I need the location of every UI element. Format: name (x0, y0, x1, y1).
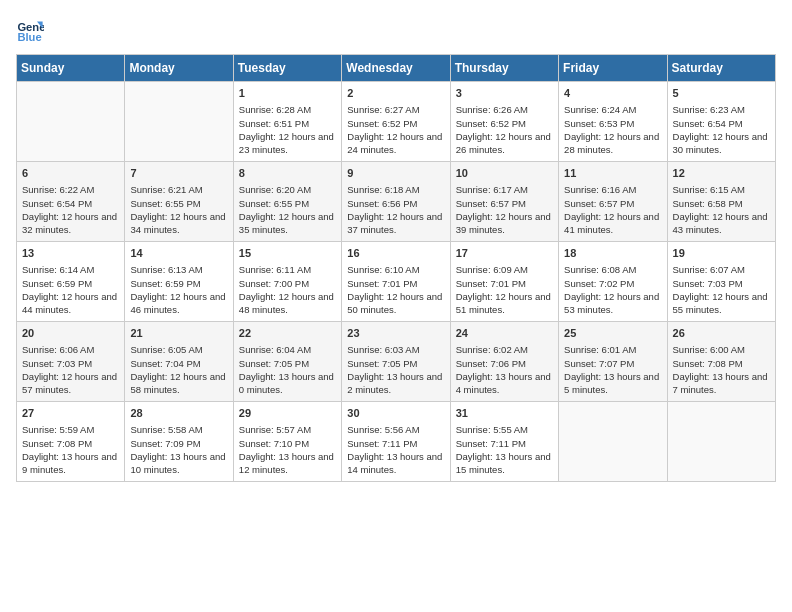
calendar-body: 1Sunrise: 6:28 AMSunset: 6:51 PMDaylight… (17, 82, 776, 482)
header-day-monday: Monday (125, 55, 233, 82)
day-number: 22 (239, 326, 336, 341)
sunset: Sunset: 7:01 PM (347, 278, 417, 289)
sunset: Sunset: 7:08 PM (22, 438, 92, 449)
daylight: Daylight: 12 hours and 46 minutes. (130, 291, 225, 315)
calendar-cell: 8Sunrise: 6:20 AMSunset: 6:55 PMDaylight… (233, 162, 341, 242)
sunrise: Sunrise: 6:13 AM (130, 264, 202, 275)
day-number: 9 (347, 166, 444, 181)
daylight: Daylight: 13 hours and 7 minutes. (673, 371, 768, 395)
day-number: 14 (130, 246, 227, 261)
daylight: Daylight: 12 hours and 35 minutes. (239, 211, 334, 235)
sunset: Sunset: 7:04 PM (130, 358, 200, 369)
day-number: 10 (456, 166, 553, 181)
daylight: Daylight: 13 hours and 15 minutes. (456, 451, 551, 475)
daylight: Daylight: 13 hours and 10 minutes. (130, 451, 225, 475)
day-number: 16 (347, 246, 444, 261)
day-number: 18 (564, 246, 661, 261)
calendar-cell (17, 82, 125, 162)
calendar-cell: 25Sunrise: 6:01 AMSunset: 7:07 PMDayligh… (559, 322, 667, 402)
calendar-cell: 17Sunrise: 6:09 AMSunset: 7:01 PMDayligh… (450, 242, 558, 322)
header-row: SundayMondayTuesdayWednesdayThursdayFrid… (17, 55, 776, 82)
calendar-cell: 26Sunrise: 6:00 AMSunset: 7:08 PMDayligh… (667, 322, 775, 402)
calendar-cell: 2Sunrise: 6:27 AMSunset: 6:52 PMDaylight… (342, 82, 450, 162)
sunrise: Sunrise: 6:10 AM (347, 264, 419, 275)
day-number: 8 (239, 166, 336, 181)
daylight: Daylight: 12 hours and 55 minutes. (673, 291, 768, 315)
day-number: 23 (347, 326, 444, 341)
sunset: Sunset: 7:10 PM (239, 438, 309, 449)
sunrise: Sunrise: 6:26 AM (456, 104, 528, 115)
calendar-cell: 5Sunrise: 6:23 AMSunset: 6:54 PMDaylight… (667, 82, 775, 162)
daylight: Daylight: 12 hours and 53 minutes. (564, 291, 659, 315)
calendar-cell: 22Sunrise: 6:04 AMSunset: 7:05 PMDayligh… (233, 322, 341, 402)
daylight: Daylight: 13 hours and 12 minutes. (239, 451, 334, 475)
daylight: Daylight: 12 hours and 57 minutes. (22, 371, 117, 395)
daylight: Daylight: 12 hours and 24 minutes. (347, 131, 442, 155)
week-row-5: 27Sunrise: 5:59 AMSunset: 7:08 PMDayligh… (17, 402, 776, 482)
calendar-cell: 4Sunrise: 6:24 AMSunset: 6:53 PMDaylight… (559, 82, 667, 162)
daylight: Daylight: 13 hours and 0 minutes. (239, 371, 334, 395)
calendar-cell: 19Sunrise: 6:07 AMSunset: 7:03 PMDayligh… (667, 242, 775, 322)
day-number: 15 (239, 246, 336, 261)
daylight: Daylight: 12 hours and 30 minutes. (673, 131, 768, 155)
week-row-2: 6Sunrise: 6:22 AMSunset: 6:54 PMDaylight… (17, 162, 776, 242)
daylight: Daylight: 12 hours and 50 minutes. (347, 291, 442, 315)
logo-icon: General Blue (16, 16, 44, 44)
header-day-wednesday: Wednesday (342, 55, 450, 82)
sunrise: Sunrise: 6:05 AM (130, 344, 202, 355)
sunrise: Sunrise: 6:01 AM (564, 344, 636, 355)
calendar-cell: 30Sunrise: 5:56 AMSunset: 7:11 PMDayligh… (342, 402, 450, 482)
day-number: 12 (673, 166, 770, 181)
day-number: 17 (456, 246, 553, 261)
day-number: 4 (564, 86, 661, 101)
daylight: Daylight: 12 hours and 44 minutes. (22, 291, 117, 315)
daylight: Daylight: 12 hours and 41 minutes. (564, 211, 659, 235)
day-number: 30 (347, 406, 444, 421)
sunset: Sunset: 7:11 PM (456, 438, 526, 449)
sunset: Sunset: 7:01 PM (456, 278, 526, 289)
calendar-cell: 27Sunrise: 5:59 AMSunset: 7:08 PMDayligh… (17, 402, 125, 482)
calendar-table: SundayMondayTuesdayWednesdayThursdayFrid… (16, 54, 776, 482)
sunset: Sunset: 6:57 PM (456, 198, 526, 209)
daylight: Daylight: 12 hours and 48 minutes. (239, 291, 334, 315)
sunset: Sunset: 7:03 PM (22, 358, 92, 369)
calendar-cell: 15Sunrise: 6:11 AMSunset: 7:00 PMDayligh… (233, 242, 341, 322)
sunset: Sunset: 7:05 PM (347, 358, 417, 369)
day-number: 2 (347, 86, 444, 101)
calendar-cell: 1Sunrise: 6:28 AMSunset: 6:51 PMDaylight… (233, 82, 341, 162)
sunrise: Sunrise: 5:56 AM (347, 424, 419, 435)
daylight: Daylight: 13 hours and 14 minutes. (347, 451, 442, 475)
sunset: Sunset: 7:05 PM (239, 358, 309, 369)
daylight: Daylight: 12 hours and 28 minutes. (564, 131, 659, 155)
daylight: Daylight: 13 hours and 4 minutes. (456, 371, 551, 395)
week-row-4: 20Sunrise: 6:06 AMSunset: 7:03 PMDayligh… (17, 322, 776, 402)
sunset: Sunset: 6:59 PM (22, 278, 92, 289)
sunrise: Sunrise: 6:28 AM (239, 104, 311, 115)
sunset: Sunset: 7:09 PM (130, 438, 200, 449)
sunrise: Sunrise: 6:06 AM (22, 344, 94, 355)
sunrise: Sunrise: 6:24 AM (564, 104, 636, 115)
header-day-friday: Friday (559, 55, 667, 82)
sunset: Sunset: 6:56 PM (347, 198, 417, 209)
calendar-cell: 9Sunrise: 6:18 AMSunset: 6:56 PMDaylight… (342, 162, 450, 242)
sunset: Sunset: 7:08 PM (673, 358, 743, 369)
sunrise: Sunrise: 6:00 AM (673, 344, 745, 355)
sunset: Sunset: 6:55 PM (239, 198, 309, 209)
sunset: Sunset: 6:54 PM (673, 118, 743, 129)
sunset: Sunset: 6:57 PM (564, 198, 634, 209)
calendar-cell (125, 82, 233, 162)
calendar-cell: 13Sunrise: 6:14 AMSunset: 6:59 PMDayligh… (17, 242, 125, 322)
sunrise: Sunrise: 6:04 AM (239, 344, 311, 355)
sunrise: Sunrise: 6:22 AM (22, 184, 94, 195)
sunrise: Sunrise: 6:03 AM (347, 344, 419, 355)
svg-text:Blue: Blue (17, 31, 41, 43)
day-number: 13 (22, 246, 119, 261)
calendar-cell: 18Sunrise: 6:08 AMSunset: 7:02 PMDayligh… (559, 242, 667, 322)
sunrise: Sunrise: 6:18 AM (347, 184, 419, 195)
day-number: 29 (239, 406, 336, 421)
calendar-cell (559, 402, 667, 482)
header-day-tuesday: Tuesday (233, 55, 341, 82)
sunset: Sunset: 7:03 PM (673, 278, 743, 289)
sunset: Sunset: 7:00 PM (239, 278, 309, 289)
daylight: Daylight: 12 hours and 51 minutes. (456, 291, 551, 315)
